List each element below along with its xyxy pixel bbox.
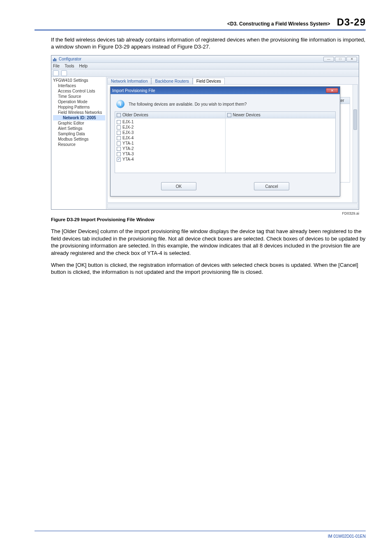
newer-devices-column: Newer Devices: [226, 112, 336, 173]
older-devices-column: Older Devices EJX-1EJX-2EJX-3EJX-4YTA-1Y…: [115, 112, 226, 173]
import-provisioning-dialog: Import Provisioning File ✕ i The followi…: [110, 86, 340, 197]
device-label: YTA-1: [122, 141, 134, 146]
tab-network-information[interactable]: Network Information: [107, 78, 151, 84]
device-list-item[interactable]: YTA-2: [117, 146, 224, 151]
device-list-item[interactable]: EJX-2: [117, 125, 224, 130]
menu-file[interactable]: File: [53, 64, 60, 68]
tree-item-selected[interactable]: Network ID: 2005: [53, 115, 105, 120]
nav-tree[interactable]: YFGW410 Settings Interfaces Access Contr…: [51, 77, 106, 209]
device-list-item[interactable]: EJX-4: [117, 135, 224, 141]
content-area: Secondary Router Import Provisioning Fil…: [107, 84, 358, 203]
device-checkbox[interactable]: [117, 131, 121, 135]
menu-tools[interactable]: Tools: [65, 64, 74, 68]
tab-field-devices[interactable]: Field Devices: [193, 78, 225, 84]
menu-help[interactable]: Help: [79, 64, 88, 68]
device-checkbox[interactable]: [117, 147, 121, 151]
tree-item[interactable]: Field Wireless Networks: [53, 110, 105, 115]
configurator-window: Configurator — □ ✕ File Tools Help YFGW4…: [51, 55, 359, 210]
newer-devices-header: Newer Devices: [233, 113, 261, 117]
device-list-item[interactable]: EJX-3: [117, 130, 224, 135]
close-button[interactable]: ✕: [346, 57, 357, 62]
page-header: <D3. Constructing a Field Wireless Syste…: [35, 16, 366, 30]
maximize-button[interactable]: □: [335, 57, 346, 62]
body-paragraph-1: The [Older Devices] column of the import…: [51, 228, 366, 257]
footer-rule: [35, 531, 366, 531]
dialog-title: Import Provisioning File: [112, 88, 155, 93]
tree-item[interactable]: Time Source: [53, 94, 105, 99]
device-label: EJX-4: [122, 136, 134, 140]
tree-item[interactable]: Interfaces: [53, 83, 105, 88]
footer-doc-id: IM 01W02D01-01EN: [328, 534, 366, 539]
figure-reference: FD0329.ai: [51, 211, 359, 215]
dialog-close-button[interactable]: ✕: [326, 88, 338, 93]
tab-backbone-routers[interactable]: Backbone Routers: [151, 78, 192, 84]
window-titlebar: Configurator — □ ✕: [51, 56, 359, 63]
device-checkbox[interactable]: [117, 152, 121, 156]
tree-root[interactable]: YFGW410 Settings: [53, 78, 105, 83]
older-devices-header: Older Devices: [122, 113, 148, 117]
app-icon: [53, 57, 57, 61]
device-list-item[interactable]: YTA-1: [117, 141, 224, 146]
device-checkbox[interactable]: [117, 136, 121, 140]
device-checkbox[interactable]: ✓: [117, 157, 121, 162]
window-title: Configurator: [59, 57, 323, 61]
device-list-item[interactable]: YTA-3: [117, 151, 224, 157]
device-label: YTA-3: [122, 152, 134, 156]
toolbar: [51, 69, 359, 77]
menubar: File Tools Help: [51, 63, 359, 69]
device-checkbox[interactable]: [117, 120, 121, 124]
device-label: EJX-1: [122, 120, 134, 124]
tree-item[interactable]: Access Control Lists: [53, 88, 105, 94]
toolbar-icon-2[interactable]: [61, 70, 67, 76]
device-list-item[interactable]: ✓YTA-4: [117, 157, 224, 162]
ok-button[interactable]: OK: [161, 182, 196, 190]
tree-item[interactable]: Graphic Editor: [53, 120, 105, 126]
tab-strip: Network Information Backbone Routers Fie…: [107, 78, 359, 84]
tree-item[interactable]: Operation Mode: [53, 99, 105, 104]
device-label: EJX-3: [122, 130, 134, 135]
dialog-titlebar: Import Provisioning File ✕: [111, 87, 340, 94]
tree-item[interactable]: Sampling Data: [53, 131, 105, 136]
newer-header-checkbox[interactable]: [227, 113, 231, 117]
tree-item[interactable]: Hopping Patterns: [53, 104, 105, 110]
info-icon: i: [116, 100, 125, 108]
figure-caption: Figure D3-29 Import Provisioning File Wi…: [51, 217, 366, 222]
cancel-button[interactable]: Cancel: [254, 182, 289, 190]
device-checkbox[interactable]: [117, 141, 121, 146]
tree-item[interactable]: Alert Settings: [53, 126, 105, 131]
intro-paragraph: If the field wireless devices tab alread…: [51, 36, 366, 50]
device-label: YTA-2: [122, 146, 134, 151]
tree-item[interactable]: Resource: [53, 142, 105, 147]
device-list-item[interactable]: EJX-1: [117, 119, 224, 125]
body-paragraph-2: When the [OK] button is clicked, the reg…: [51, 261, 366, 276]
dialog-message: The following devices are available. Do …: [129, 102, 247, 106]
device-label: YTA-4: [122, 157, 134, 162]
minimize-button[interactable]: —: [323, 57, 334, 62]
toolbar-icon-1[interactable]: [53, 70, 59, 76]
page-number: D3-29: [337, 16, 366, 28]
older-header-checkbox[interactable]: [117, 113, 121, 117]
older-devices-list: EJX-1EJX-2EJX-3EJX-4YTA-1YTA-2YTA-3✓YTA-…: [115, 118, 225, 163]
chapter-title: <D3. Constructing a Field Wireless Syste…: [227, 21, 330, 27]
device-label: EJX-2: [122, 125, 134, 130]
horizontal-scrollbar[interactable]: [107, 204, 358, 208]
tree-item[interactable]: Modbus Settings: [53, 136, 105, 142]
vertical-scrollbar[interactable]: [353, 85, 357, 202]
newer-devices-list: [226, 118, 336, 120]
device-checkbox[interactable]: [117, 125, 121, 130]
